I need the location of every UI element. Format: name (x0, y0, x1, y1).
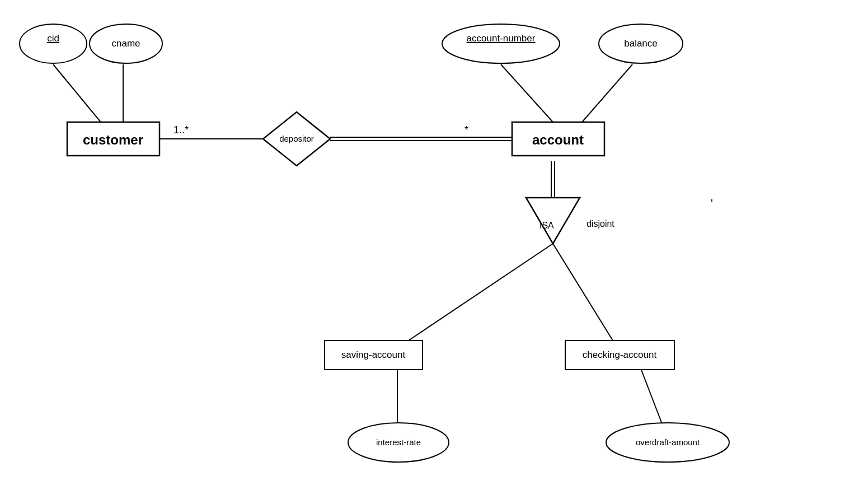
disjoint-label: disjoint (587, 219, 614, 228)
checking-account-label: checking-account (583, 349, 657, 360)
account-number-attribute (442, 24, 560, 63)
customer-label: customer (83, 132, 143, 147)
svg-rect-0 (0, 0, 868, 499)
balance-label: balance (624, 38, 658, 49)
cardinality-1-label: 1..* (173, 124, 189, 136)
cid-label: cid (47, 33, 59, 44)
er-diagram: 1..* * ISA disjoint cid cname account-nu… (0, 0, 868, 499)
overdraft-amount-label: overdraft-amount (636, 437, 700, 447)
cardinality-star-label: * (465, 124, 468, 136)
account-label: account (532, 132, 584, 147)
depositor-label: depositor (279, 134, 314, 143)
saving-account-label: saving-account (341, 349, 406, 360)
isa-label: ISA (539, 221, 554, 230)
cid-attribute (20, 24, 87, 63)
account-number-label: account-number (467, 33, 536, 44)
cname-label: cname (111, 38, 140, 49)
decorative-mark: ' (711, 197, 713, 209)
interest-rate-label: interest-rate (376, 437, 421, 447)
